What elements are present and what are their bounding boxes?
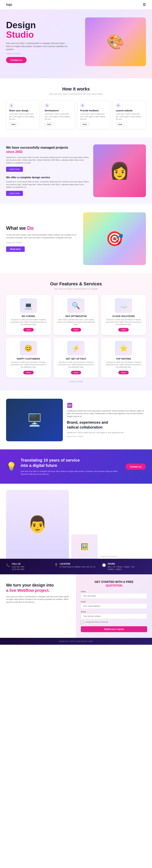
contact-value-1b: (123) 456-7890 [12,568,24,570]
person-small-img: 🖼️ [71,534,98,559]
feature-share-6[interactable]: share [118,371,129,374]
step-num-4: 4 [116,103,120,108]
what-read-more[interactable]: Read more [6,246,25,252]
features-img-credit: Image by Freepik [6,380,146,382]
feature-share-1[interactable]: share [23,328,34,332]
about-service-title: We offer a complete design service [6,176,89,179]
features-subtitle: Duis aute irure dolor in reprehenderit i… [6,288,146,290]
feature-name-4: HAPPY CUSTOMERS [9,358,48,360]
step-more-2[interactable]: more [45,123,54,126]
step-card-1: 1 Share your design Lorem text. Click to… [6,100,39,129]
feature-icon-1: 💻 [20,298,37,313]
feature-card-4: 😊 HAPPY CUSTOMERS Vel purus in mollis na… [6,338,51,378]
what-image: 🎯 [83,212,146,265]
steps-grid: 1 Share your design Lorem text. Click to… [6,100,146,129]
menu-icon[interactable]: ☰ [143,2,146,7]
location-icon: 📍 [54,563,58,567]
step-title-4: Launch website [116,109,143,112]
what-we-do-section: What we Do Ut enim ad minim veniam, quis… [0,204,152,273]
phone-label: Phone [81,611,147,613]
terms-checkbox[interactable] [81,621,84,624]
contact-value-3a: Mon - Fri: 7:00am - 6:00pm - Sat: [108,566,134,568]
features-title: Our Features & Services [6,281,146,286]
digital-title: Translating 10 years of service into a d… [21,458,121,468]
about-text1: Sample text. Lorem ipsum dolor sit amet,… [6,156,89,164]
phone-input[interactable] [81,614,147,619]
step-more-1[interactable]: more [9,123,18,126]
step-more-3[interactable]: more [80,123,89,126]
feature-icon-4: 😊 [20,341,37,355]
feature-card-1: 💻 NO CODING Vel purus in mollis nam sed … [6,295,51,335]
what-title: What we Do [6,225,79,231]
form-group-phone: Phone [81,611,147,619]
feature-card-2: 🔍 SEO OPTIMIZATON Nam mattis vulputate t… [54,295,98,335]
step-title-1: Share your design [9,109,36,112]
contact-item-2: 📍 LOCATION 97 Rock Road 31 Webber, New Y… [54,563,98,570]
digital-center: Translating 10 years of service into a d… [21,458,121,475]
brand-desc: Sample text. Click to select the text. C… [67,431,146,434]
about-heading: We have successfully managed projects si… [6,146,89,154]
contact-value-2: 97 Rock Road 31 Webber, New York, NY 10 [60,566,95,568]
digital-contact-button[interactable]: Contact us [125,464,146,470]
step-desc-4: Lorem text. Click to select this text. C… [116,113,143,121]
contact-value-1a: (123) 456-7890 [12,566,24,568]
feature-icon-5: ⚡ [67,341,85,355]
brand-image: 🖥️ [6,399,63,441]
footer-text: Sample text. ©2023 Created by the Author… [6,640,146,642]
form-checkbox: I accept the Terms of Service [81,621,147,624]
about-left: We have successfully managed projects si… [6,146,89,196]
brand-tagline: Creating the world's first community dri… [67,410,146,418]
feature-card-6: ⭐ TOP RAITING Vel purus in mollis nam se… [101,338,146,378]
feature-share-5[interactable]: share [71,371,81,374]
hero-description: Duis aute irure dolor in reprehenderit i… [6,42,71,51]
phone-icon: 📞 [6,563,10,567]
submit-button[interactable]: Submit your request [81,626,147,632]
feature-icon-3: ☁️ [115,298,132,313]
name-label: Name [81,591,147,593]
person-main-img: 👨 [6,490,69,559]
hero-img-credit: Image by Freepik [6,53,71,55]
hours-icon: 🕐 [102,563,106,567]
name-input[interactable] [81,593,147,599]
person-credit: Images from Freepik [100,556,117,559]
what-text: Ut enim ad minim veniam, quis nostrud ex… [6,234,79,239]
feature-desc-5: Vel purus in mollis nam sed tempor. Prae… [57,361,95,369]
feature-desc-1: Vel purus in mollis nam sed tempor. Prae… [9,319,48,326]
hero-section: Design Studio Duis aute irure dolor in r… [0,9,152,78]
step-desc-3: Lorem text. Click to select this text. C… [80,113,108,121]
brand-credit: Image from Freepik [67,435,146,437]
hero-image: 🎨 [85,18,146,66]
what-img-credit: Image from Freepik [6,242,79,244]
about-learn-more-1[interactable]: Learn more [6,167,23,172]
email-input[interactable] [81,603,147,609]
step-card-3: 3 Provide feedback Lorem text. Click to … [77,100,111,129]
step-desc-1: Lorem text. Click to select this text. C… [9,113,36,121]
feature-desc-3: Vel purus in mollis nam sed tempor. Prae… [104,319,143,326]
contact-label-1: CALL US [12,563,24,565]
step-more-4[interactable]: more [116,123,125,126]
feature-share-3[interactable]: share [118,328,129,332]
about-section: We have successfully managed projects si… [0,137,152,204]
feature-desc-4: Vel purus in mollis nam sed tempor. Prae… [9,361,48,369]
features-grid: 💻 NO CODING Vel purus in mollis nam sed … [6,295,146,378]
what-left: What we Do Ut enim ad minim veniam, quis… [6,225,79,252]
brand-section: 🖥️ ♾️ Creating the world's first communi… [0,391,152,450]
step-title-3: Provide feedback [80,109,108,112]
step-desc-2: Lorem text. Click to select this text. C… [45,113,72,121]
feature-name-2: SEO OPTIMIZATON [57,315,95,317]
logo: logo [6,3,12,6]
hero-text: Design Studio Duis aute irure dolor in r… [6,21,71,63]
hero-cta-button[interactable]: Contact us [6,57,27,63]
feature-share-2[interactable]: share [71,328,81,332]
about-learn-more-2[interactable]: Learn more [6,191,23,196]
step-num-1: 1 [9,103,13,108]
contact-label-2: LOCATION [60,563,95,565]
navigation: logo ☰ [0,0,152,9]
feature-name-5: GET SET UP FAST [57,358,95,360]
webflow-title: We turn your design into a live Webflow … [6,583,70,593]
step-card-4: 4 Launch website Lorem text. Click to se… [113,100,146,129]
feature-share-4[interactable]: share [23,371,34,374]
digital-cta: Contact us [125,464,146,470]
step-num-3: 3 [80,103,85,108]
about-person-image: 👩 [93,145,146,197]
